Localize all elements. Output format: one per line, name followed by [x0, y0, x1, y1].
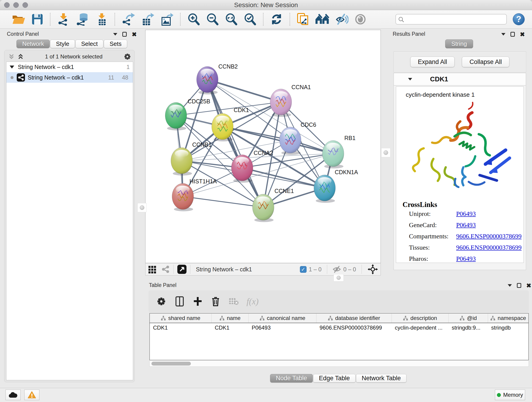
- network-edge[interactable]: [183, 196, 263, 207]
- tab-style[interactable]: Style: [50, 40, 75, 48]
- crosslink-link[interactable]: P06493: [456, 210, 476, 217]
- scrollbar-thumb[interactable]: [152, 362, 191, 366]
- table-cell[interactable]: cyclin-dependent ...: [392, 323, 448, 360]
- column-header-name[interactable]: name: [211, 313, 248, 323]
- detach-view-icon[interactable]: [177, 264, 187, 274]
- table-cell[interactable]: 9606.ENSP00000378699: [317, 323, 392, 360]
- network-node-CCNE1[interactable]: [253, 194, 274, 222]
- crosslink-link[interactable]: 9606.ENSP00000378699: [456, 233, 521, 240]
- gene-section-header[interactable]: CDK1: [394, 73, 526, 85]
- import-table-button[interactable]: [95, 12, 109, 27]
- column-header-namespace[interactable]: namespace: [488, 313, 529, 323]
- refresh-icon: [270, 13, 283, 26]
- tree-expand-icon[interactable]: [10, 65, 14, 69]
- section-collapse-icon[interactable]: [408, 78, 412, 80]
- clone-network-button[interactable]: [296, 12, 310, 27]
- search-input[interactable]: [395, 14, 507, 25]
- crosslink-link[interactable]: 9606.ENSP00000378699: [456, 244, 521, 251]
- table-row[interactable]: CDK1CDK1P064939606.ENSP00000378699cyclin…: [150, 323, 529, 360]
- crosslink-link[interactable]: P06493: [456, 221, 476, 229]
- network-view-icon[interactable]: [161, 264, 170, 274]
- collapse-all-icon[interactable]: [8, 53, 15, 60]
- tab-node-table[interactable]: Node Table: [270, 374, 313, 383]
- collapse-all-button[interactable]: Collapse All: [462, 57, 509, 67]
- tab-select[interactable]: Select: [75, 40, 103, 48]
- results-tab-string[interactable]: String: [445, 39, 473, 48]
- zoom-out-button[interactable]: [205, 12, 220, 27]
- fit-content-crosshair-icon[interactable]: [367, 264, 378, 275]
- add-column-button[interactable]: [192, 295, 203, 307]
- panel-menu-icon[interactable]: [508, 284, 512, 287]
- delete-column-button[interactable]: [210, 295, 221, 307]
- float-panel-icon[interactable]: [510, 32, 515, 37]
- expand-all-button[interactable]: Expand All: [410, 57, 455, 67]
- network-canvas[interactable]: CCNB2CCNA1CDC25BCDK1CDC6RB1CCNB1CCNA2CDK…: [145, 30, 381, 263]
- zoom-selected-button[interactable]: [243, 12, 257, 27]
- network-node-CDC25B[interactable]: [165, 102, 187, 130]
- column-header-label: shared name: [168, 315, 200, 321]
- gear-icon[interactable]: [123, 53, 131, 61]
- network-node-CDKN1A[interactable]: [314, 175, 336, 203]
- zoom-in-icon: [187, 13, 200, 26]
- column-header-id[interactable]: @id: [449, 313, 488, 323]
- left-splitter-handle[interactable]: [138, 203, 147, 212]
- warnings-button[interactable]: [24, 390, 39, 400]
- network-node-CCNA1[interactable]: [270, 89, 292, 117]
- tab-network-table[interactable]: Network Table: [356, 374, 407, 383]
- network-edge[interactable]: [207, 80, 281, 102]
- tab-network[interactable]: Network: [17, 40, 50, 48]
- float-panel-icon[interactable]: [517, 283, 521, 288]
- tab-edge-table[interactable]: Edge Table: [313, 374, 355, 383]
- network-node-HIST1H1A[interactable]: [172, 183, 194, 211]
- neighborhood-button[interactable]: [314, 12, 330, 26]
- zoom-in-button[interactable]: [186, 12, 201, 27]
- import-network-button[interactable]: [56, 12, 71, 27]
- network-node-CCNB2[interactable]: [196, 66, 218, 95]
- save-session-button[interactable]: [31, 12, 44, 26]
- network-edge[interactable]: [207, 80, 263, 207]
- show-columns-button[interactable]: [174, 295, 185, 307]
- expand-all-icon[interactable]: [17, 53, 24, 60]
- help-button[interactable]: ?: [513, 13, 525, 25]
- table-horizontal-scrollbar[interactable]: [149, 361, 529, 367]
- selected-checkbox-icon[interactable]: ✓: [300, 266, 307, 273]
- right-splitter-handle[interactable]: [381, 148, 390, 157]
- table-cell[interactable]: CDK1: [150, 323, 211, 360]
- column-header-description[interactable]: description: [392, 313, 448, 323]
- save-icon: [32, 13, 43, 25]
- column-header-sharedname[interactable]: shared name: [150, 313, 211, 323]
- float-panel-icon[interactable]: [122, 32, 127, 37]
- import-network-from-database-button[interactable]: [75, 12, 90, 27]
- show-all-button[interactable]: [354, 12, 367, 26]
- open-session-button[interactable]: [11, 12, 26, 26]
- panel-menu-icon[interactable]: [113, 33, 117, 36]
- memory-button[interactable]: Memory: [495, 390, 525, 400]
- crosslink-link[interactable]: P06493: [456, 255, 476, 262]
- export-network-button[interactable]: [121, 12, 136, 27]
- cloud-status-button[interactable]: [6, 390, 21, 400]
- network-collection-row[interactable]: String Network – cdk1 1: [6, 62, 133, 72]
- close-panel-icon[interactable]: ✖: [520, 32, 525, 37]
- panel-menu-icon[interactable]: [501, 33, 505, 36]
- zoom-fit-button[interactable]: [224, 12, 239, 27]
- table-settings-button[interactable]: [155, 295, 167, 307]
- column-header-canonicalname[interactable]: canonical name: [249, 313, 317, 323]
- table-cell[interactable]: P06493: [249, 323, 317, 360]
- grid-view-icon[interactable]: [148, 265, 157, 274]
- network-node-CCNA2[interactable]: [231, 155, 253, 183]
- column-header-databaseidentifier[interactable]: database identifier: [317, 313, 392, 323]
- network-node-CCNB1[interactable]: [171, 148, 192, 176]
- network-node-RB1[interactable]: [322, 140, 344, 168]
- table-cell[interactable]: stringdb:9...: [449, 323, 488, 360]
- refresh-button[interactable]: [269, 12, 284, 27]
- export-image-button[interactable]: [159, 12, 174, 27]
- table-cell[interactable]: CDK1: [211, 323, 248, 360]
- tab-sets[interactable]: Sets: [104, 40, 127, 48]
- table-cell[interactable]: stringdb: [488, 323, 529, 360]
- hide-selected-button[interactable]: [334, 12, 349, 26]
- export-table-button[interactable]: [140, 12, 155, 27]
- network-graph: CCNB2CCNA1CDC25BCDK1CDC6RB1CCNB1CCNA2CDK…: [146, 30, 380, 263]
- close-panel-icon[interactable]: ✖: [132, 32, 137, 37]
- close-panel-icon[interactable]: ✖: [526, 283, 531, 288]
- network-row-selected[interactable]: String Network – cdk1 11 48: [6, 72, 133, 83]
